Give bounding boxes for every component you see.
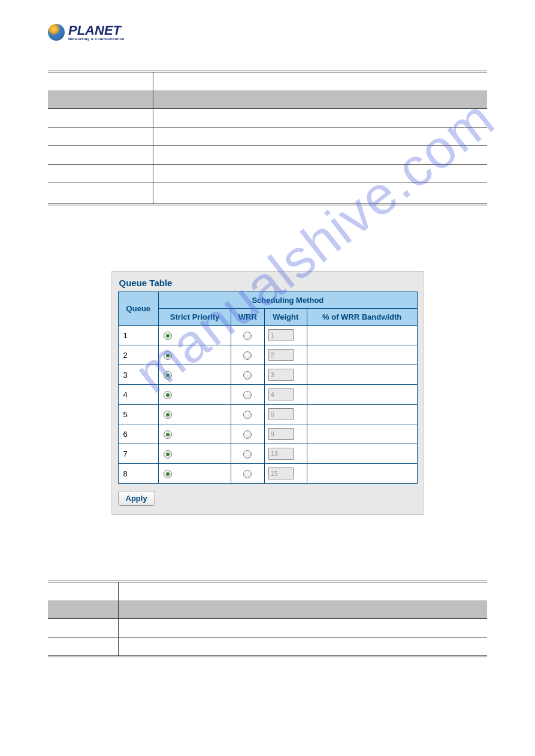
radio-wrr[interactable]	[243, 450, 252, 459]
weight-cell: 1	[264, 326, 307, 345]
logo: PLANET Networking & Communication	[48, 24, 487, 41]
weight-input[interactable]: 3	[268, 369, 294, 381]
bw-cell	[307, 405, 417, 424]
radio-wrr[interactable]	[243, 332, 252, 340]
bw-cell	[307, 326, 417, 345]
table-row: 33	[118, 365, 417, 385]
wrr-cell[interactable]	[231, 385, 264, 405]
weight-cell: 4	[264, 385, 307, 405]
weight-cell: 15	[264, 464, 307, 484]
radio-sp[interactable]	[164, 450, 172, 459]
wrr-cell[interactable]	[231, 365, 264, 385]
radio-wrr[interactable]	[243, 351, 252, 360]
queue-cell: 3	[118, 365, 159, 385]
apply-button[interactable]: Apply	[118, 491, 155, 506]
weight-input[interactable]: 1	[268, 329, 294, 341]
table-row: 69	[118, 424, 417, 444]
weight-input[interactable]: 15	[268, 467, 294, 479]
radio-wrr[interactable]	[243, 411, 252, 419]
weight-cell: 5	[264, 405, 307, 424]
radio-sp[interactable]	[164, 332, 172, 340]
queue-cell: 7	[118, 444, 159, 464]
bw-cell	[307, 464, 417, 484]
sp-cell[interactable]	[159, 405, 231, 424]
weight-cell: 3	[264, 365, 307, 385]
queue-table-title: Queue Table	[119, 278, 418, 288]
queue-cell: 8	[118, 464, 159, 484]
sp-cell[interactable]	[159, 444, 231, 464]
col-sp: Strict Priority	[159, 309, 231, 326]
table-row: 44	[118, 385, 417, 405]
bw-cell	[307, 385, 417, 405]
radio-sp[interactable]	[164, 371, 172, 379]
radio-sp[interactable]	[164, 391, 172, 399]
sp-cell[interactable]	[159, 326, 231, 345]
radio-wrr[interactable]	[243, 470, 252, 478]
wrr-cell[interactable]	[231, 405, 264, 424]
col-bw: % of WRR Bandwidth	[307, 309, 417, 326]
description-table-1	[48, 71, 487, 205]
col-wrr: WRR	[231, 309, 264, 326]
radio-sp[interactable]	[164, 470, 172, 478]
table-row: 55	[118, 405, 417, 424]
sp-cell[interactable]	[159, 385, 231, 405]
weight-input[interactable]: 13	[268, 448, 294, 460]
bw-cell	[307, 345, 417, 365]
queue-table: Queue Scheduling Method Strict Priority …	[118, 292, 418, 484]
col-queue: Queue	[118, 292, 159, 326]
weight-input[interactable]: 9	[268, 428, 294, 440]
sp-cell[interactable]	[159, 365, 231, 385]
sp-cell[interactable]	[159, 424, 231, 444]
radio-wrr[interactable]	[243, 391, 252, 399]
weight-cell: 2	[264, 345, 307, 365]
queue-table-panel: Queue Table Queue Scheduling Method Stri…	[111, 271, 424, 515]
sp-cell[interactable]	[159, 345, 231, 365]
radio-wrr[interactable]	[243, 430, 252, 439]
queue-cell: 5	[118, 405, 159, 424]
description-table-2	[48, 581, 487, 657]
radio-sp[interactable]	[164, 411, 172, 419]
table-row: 815	[118, 464, 417, 484]
wrr-cell[interactable]	[231, 464, 264, 484]
radio-wrr[interactable]	[243, 371, 252, 379]
weight-cell: 9	[264, 424, 307, 444]
bw-cell	[307, 424, 417, 444]
wrr-cell[interactable]	[231, 345, 264, 365]
weight-input[interactable]: 5	[268, 408, 294, 420]
col-weight: Weight	[264, 309, 307, 326]
table-row: 11	[118, 326, 417, 345]
table-row: 713	[118, 444, 417, 464]
bw-cell	[307, 365, 417, 385]
logo-sub: Networking & Communication	[68, 37, 124, 41]
queue-cell: 4	[118, 385, 159, 405]
weight-input[interactable]: 2	[268, 349, 294, 361]
bw-cell	[307, 444, 417, 464]
wrr-cell[interactable]	[231, 326, 264, 345]
sp-cell[interactable]	[159, 464, 231, 484]
queue-cell: 6	[118, 424, 159, 444]
queue-cell: 1	[118, 326, 159, 345]
table-row: 22	[118, 345, 417, 365]
radio-sp[interactable]	[164, 351, 172, 360]
wrr-cell[interactable]	[231, 444, 264, 464]
queue-cell: 2	[118, 345, 159, 365]
globe-icon	[48, 24, 65, 41]
logo-main: PLANET	[68, 24, 124, 37]
wrr-cell[interactable]	[231, 424, 264, 444]
radio-sp[interactable]	[164, 430, 172, 439]
weight-cell: 13	[264, 444, 307, 464]
weight-input[interactable]: 4	[268, 388, 294, 400]
col-scheduling: Scheduling Method	[159, 292, 417, 309]
